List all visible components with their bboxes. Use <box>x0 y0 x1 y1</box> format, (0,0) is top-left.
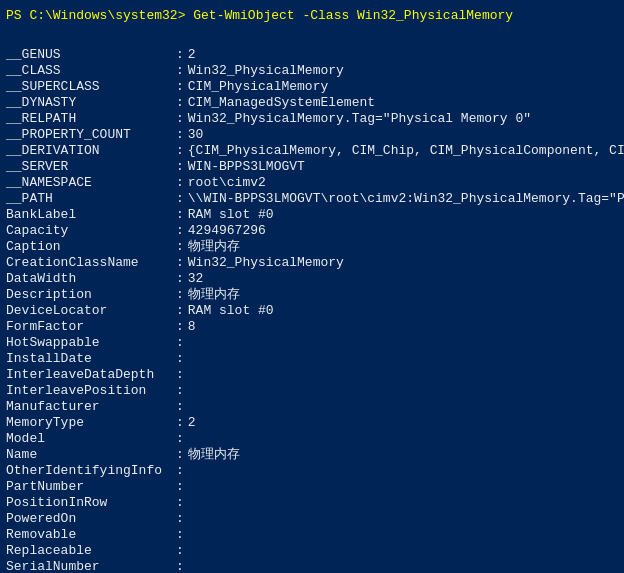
property-name: PositionInRow <box>6 495 176 511</box>
property-name: Removable <box>6 527 176 543</box>
property-value <box>188 335 618 351</box>
property-value: CIM_PhysicalMemory <box>188 79 618 95</box>
property-name: InterleaveDataDepth <box>6 367 176 383</box>
property-name: HotSwappable <box>6 335 176 351</box>
property-name: InstallDate <box>6 351 176 367</box>
table-row: DeviceLocator: RAM slot #0 <box>6 303 618 319</box>
colon-separator: : <box>176 95 184 111</box>
property-name: __DERIVATION <box>6 143 176 159</box>
property-value: 2 <box>188 415 618 431</box>
property-value <box>188 383 618 399</box>
table-row: __SERVER: WIN-BPPS3LMOGVT <box>6 159 618 175</box>
table-row: __RELPATH: Win32_PhysicalMemory.Tag="Phy… <box>6 111 618 127</box>
table-row: __DERIVATION: {CIM_PhysicalMemory, CIM_C… <box>6 143 618 159</box>
colon-separator: : <box>176 447 184 463</box>
property-value: 30 <box>188 127 618 143</box>
property-value <box>188 543 618 559</box>
colon-separator: : <box>176 255 184 271</box>
property-value: 2 <box>188 47 618 63</box>
property-name: Capacity <box>6 223 176 239</box>
colon-separator: : <box>176 383 184 399</box>
colon-separator: : <box>176 431 184 447</box>
table-row: PositionInRow: <box>6 495 618 511</box>
property-name: CreationClassName <box>6 255 176 271</box>
colon-separator: : <box>176 335 184 351</box>
property-value: \\WIN-BPPS3LMOGVT\root\cimv2:Win32_Physi… <box>188 191 624 207</box>
table-row: DataWidth: 32 <box>6 271 618 287</box>
property-name: PartNumber <box>6 479 176 495</box>
property-name: SerialNumber <box>6 559 176 573</box>
colon-separator: : <box>176 127 184 143</box>
colon-separator: : <box>176 415 184 431</box>
table-row: PartNumber: <box>6 479 618 495</box>
table-row: PoweredOn: <box>6 511 618 527</box>
property-name: __RELPATH <box>6 111 176 127</box>
colon-separator: : <box>176 351 184 367</box>
property-value <box>188 479 618 495</box>
property-value: Win32_PhysicalMemory <box>188 63 618 79</box>
property-value: 物理内存 <box>188 447 618 463</box>
property-name: FormFactor <box>6 319 176 335</box>
table-row: Replaceable: <box>6 543 618 559</box>
property-value: 物理内存 <box>188 239 618 255</box>
property-name: __SERVER <box>6 159 176 175</box>
colon-separator: : <box>176 47 184 63</box>
table-row: Name: 物理内存 <box>6 447 618 463</box>
colon-separator: : <box>176 223 184 239</box>
table-row: __CLASS: Win32_PhysicalMemory <box>6 63 618 79</box>
property-name: OtherIdentifyingInfo <box>6 463 176 479</box>
property-value <box>188 431 618 447</box>
colon-separator: : <box>176 319 184 335</box>
property-value <box>188 559 618 573</box>
table-row: MemoryType: 2 <box>6 415 618 431</box>
property-value: root\cimv2 <box>188 175 618 191</box>
property-value: 32 <box>188 271 618 287</box>
table-row: __DYNASTY: CIM_ManagedSystemElement <box>6 95 618 111</box>
table-row: CreationClassName: Win32_PhysicalMemory <box>6 255 618 271</box>
property-name: MemoryType <box>6 415 176 431</box>
colon-separator: : <box>176 511 184 527</box>
property-value: 4294967296 <box>188 223 618 239</box>
property-name: __GENUS <box>6 47 176 63</box>
property-value <box>188 399 618 415</box>
property-value: Win32_PhysicalMemory.Tag="Physical Memor… <box>188 111 618 127</box>
table-row: Capacity: 4294967296 <box>6 223 618 239</box>
colon-separator: : <box>176 175 184 191</box>
property-value: 物理内存 <box>188 287 618 303</box>
table-row: Manufacturer: <box>6 399 618 415</box>
property-name: Model <box>6 431 176 447</box>
table-row: InstallDate: <box>6 351 618 367</box>
property-name: Replaceable <box>6 543 176 559</box>
table-row: Removable: <box>6 527 618 543</box>
colon-separator: : <box>176 463 184 479</box>
property-name: __CLASS <box>6 63 176 79</box>
property-value <box>188 527 618 543</box>
table-row: BankLabel: RAM slot #0 <box>6 207 618 223</box>
colon-separator: : <box>176 111 184 127</box>
property-value: 8 <box>188 319 618 335</box>
property-value <box>188 495 618 511</box>
property-value <box>188 367 618 383</box>
property-name: Description <box>6 287 176 303</box>
property-value <box>188 351 618 367</box>
property-name: __SUPERCLASS <box>6 79 176 95</box>
colon-separator: : <box>176 143 184 159</box>
colon-separator: : <box>176 367 184 383</box>
colon-separator: : <box>176 207 184 223</box>
colon-separator: : <box>176 191 184 207</box>
table-row: Model: <box>6 431 618 447</box>
property-name: DataWidth <box>6 271 176 287</box>
colon-separator: : <box>176 399 184 415</box>
table-row: __PATH: \\WIN-BPPS3LMOGVT\root\cimv2:Win… <box>6 191 618 207</box>
colon-separator: : <box>176 79 184 95</box>
table-row: __SUPERCLASS: CIM_PhysicalMemory <box>6 79 618 95</box>
table-row: __NAMESPACE: root\cimv2 <box>6 175 618 191</box>
property-value: RAM slot #0 <box>188 207 618 223</box>
property-value <box>188 463 618 479</box>
property-name: DeviceLocator <box>6 303 176 319</box>
colon-separator: : <box>176 287 184 303</box>
table-row: __GENUS: 2 <box>6 47 618 63</box>
command-line: PS C:\Windows\system32> Get-WmiObject -C… <box>6 8 618 23</box>
property-name: Name <box>6 447 176 463</box>
property-name: BankLabel <box>6 207 176 223</box>
